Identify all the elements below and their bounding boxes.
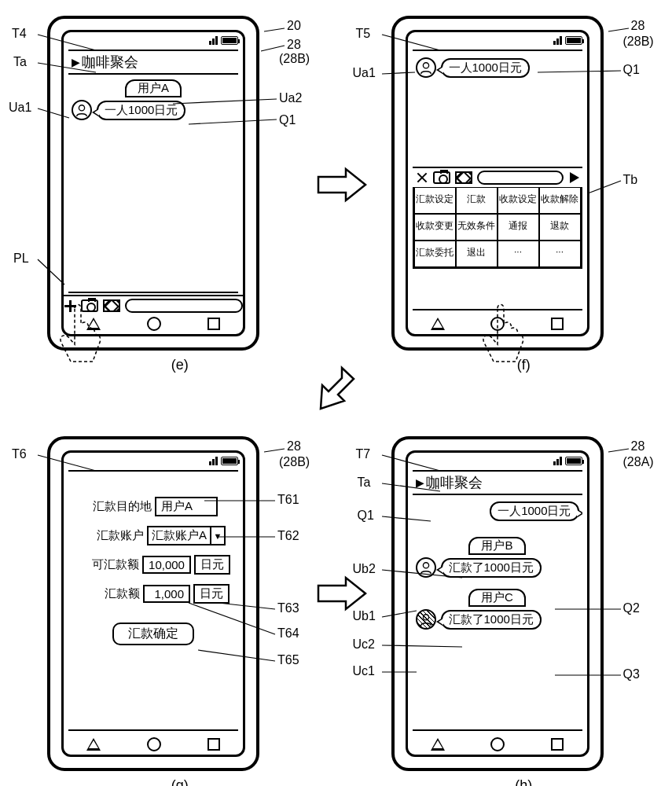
status-bar	[408, 453, 587, 468]
label-ta: Ta	[13, 55, 28, 69]
nav-home-icon[interactable]	[147, 317, 161, 331]
label-tb: Tb	[622, 173, 639, 187]
dest-label: 汇款目的地	[89, 499, 152, 514]
label-ua1: Ua1	[352, 66, 376, 80]
caption-h: (h)	[391, 777, 657, 786]
menu-item[interactable]: 汇款设定	[414, 187, 456, 214]
menu-item[interactable]: 收款解除	[539, 187, 581, 214]
phone-frame: ▶ 咖啡聚会 一人1000日元 用户B 汇款了1000日元 用户C	[391, 436, 604, 771]
flow-arrow-gh	[314, 574, 369, 613]
svg-line-7	[264, 28, 285, 31]
arrow-right-icon: ▶	[72, 56, 80, 68]
amt-label: 汇款额	[77, 586, 140, 601]
svg-line-8	[261, 46, 285, 51]
message-input[interactable]	[477, 171, 564, 185]
chat-title-text: 咖啡聚会	[82, 53, 138, 72]
flow-arrow-ef	[314, 165, 369, 204]
message-input[interactable]	[125, 299, 243, 313]
label-q1: Q1	[622, 63, 641, 77]
message-bubble-q3: 汇款了1000日元	[441, 610, 542, 630]
avatar-b-icon	[416, 557, 436, 578]
nav-back-icon[interactable]	[431, 318, 445, 330]
avail-label: 可汇款额	[76, 557, 139, 572]
avail-value: 10,000	[142, 556, 191, 574]
nav-recent-icon[interactable]	[551, 738, 564, 751]
label-28: 28	[630, 439, 646, 454]
panel-g: 汇款目的地 用户A 汇款账户 汇款账户A ▼ 可汇款额 10,000 日元 汇款	[8, 428, 321, 786]
phone-screen: ▶ 咖啡聚会 一人1000日元 用户B 汇款了1000日元 用户C	[406, 450, 589, 757]
label-ta: Ta	[357, 476, 372, 490]
menu-item[interactable]: 收款变更	[414, 214, 456, 241]
picture-icon[interactable]	[455, 171, 472, 184]
nav-home-icon[interactable]	[147, 737, 161, 751]
panel-h: ▶ 咖啡聚会 一人1000日元 用户B 汇款了1000日元 用户C	[352, 428, 665, 786]
menu-item[interactable]: ···	[539, 241, 581, 267]
label-q3: Q3	[622, 667, 641, 681]
nav-recent-icon[interactable]	[551, 318, 564, 330]
label-uc2: Uc2	[352, 637, 376, 652]
panel-f: 一人1000日元 汇款设定 汇款 收款设定 收款解除 收款变更 无效条件	[352, 8, 665, 397]
status-bar	[64, 453, 243, 468]
nav-bar	[64, 733, 243, 755]
chat-title: ▶ 咖啡聚会	[413, 472, 582, 495]
chat-title: ▶ 咖啡聚会	[68, 51, 238, 75]
amt-value[interactable]: 1,000	[143, 585, 190, 603]
avail-unit: 日元	[194, 555, 230, 575]
acct-dropdown[interactable]: 汇款账户A ▼	[147, 526, 226, 545]
avatar-c-icon	[416, 609, 436, 630]
menu-item[interactable]: 退款	[539, 214, 581, 241]
nav-bar	[408, 733, 587, 755]
battery-icon	[565, 36, 582, 45]
menu-item[interactable]: 退出	[456, 241, 498, 267]
menu-item[interactable]: 汇款委托	[414, 241, 456, 267]
signal-icon	[553, 36, 562, 45]
signal-icon	[209, 457, 218, 465]
label-q1: Q1	[357, 509, 375, 523]
label-q2: Q2	[622, 601, 641, 615]
status-bar	[64, 32, 243, 48]
menu-item[interactable]: 汇款	[456, 187, 498, 214]
menu-item[interactable]: 通报	[498, 214, 539, 241]
nav-home-icon[interactable]	[490, 737, 505, 751]
flow-arrow-fg	[299, 362, 362, 424]
svg-point-0	[79, 105, 84, 111]
label-t64: T64	[277, 626, 300, 641]
svg-line-14	[608, 28, 629, 31]
label-t7: T7	[355, 447, 372, 461]
svg-point-23	[423, 615, 428, 620]
nav-back-icon[interactable]	[86, 738, 101, 751]
amt-unit: 日元	[193, 584, 230, 604]
menu-item[interactable]: 无效条件	[456, 214, 498, 241]
label-28a: (28A)	[622, 455, 655, 469]
message-bubble: 一人1000日元	[441, 58, 530, 78]
label-t62: T62	[277, 529, 300, 543]
dest-value[interactable]: 用户A	[155, 497, 218, 516]
label-ua1: Ua1	[8, 101, 32, 115]
confirm-button[interactable]: 汇款确定	[112, 623, 194, 645]
signal-icon	[209, 36, 218, 45]
caption-g: (g)	[47, 777, 313, 786]
send-icon[interactable]	[570, 172, 579, 183]
message-bubble: 一人1000日元	[97, 101, 185, 120]
user-a-label: 用户A	[125, 79, 182, 97]
user-c-label: 用户C	[468, 589, 526, 607]
hand-cursor-icon	[470, 299, 533, 369]
svg-point-22	[423, 563, 428, 568]
label-28: 28	[286, 38, 302, 52]
nav-recent-icon[interactable]	[207, 318, 220, 330]
label-pl: PL	[13, 252, 30, 266]
label-28: 28	[286, 439, 302, 454]
battery-icon	[565, 457, 582, 465]
battery-icon	[221, 457, 238, 465]
label-t4: T4	[11, 27, 28, 41]
nav-recent-icon[interactable]	[207, 738, 220, 751]
menu-item[interactable]: ···	[498, 241, 539, 267]
chat-title-text: 咖啡聚会	[426, 473, 483, 492]
signal-icon	[553, 457, 562, 465]
nav-back-icon[interactable]	[431, 738, 445, 751]
camera-icon[interactable]	[433, 171, 450, 184]
phone-screen: 汇款目的地 用户A 汇款账户 汇款账户A ▼ 可汇款额 10,000 日元 汇款	[61, 450, 245, 757]
label-28b: (28B)	[622, 35, 655, 49]
close-icon[interactable]	[416, 171, 428, 184]
menu-item[interactable]: 收款设定	[498, 187, 539, 214]
